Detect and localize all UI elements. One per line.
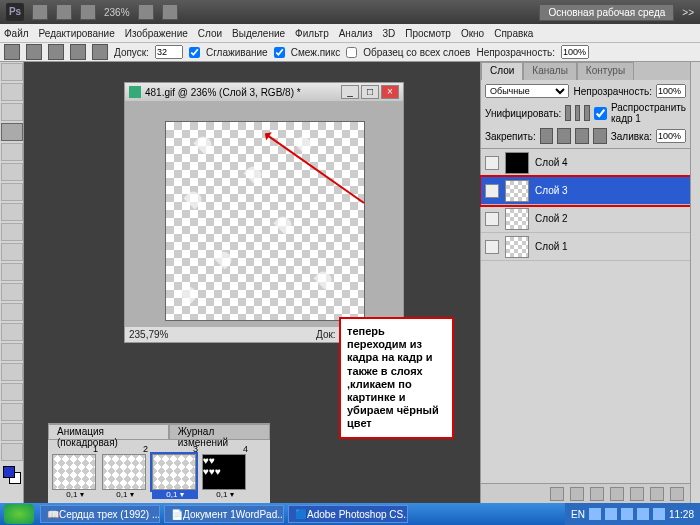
tab-layers[interactable]: Слои [481,62,523,80]
menu-analysis[interactable]: Анализ [339,28,373,39]
color-swatch[interactable] [3,466,21,484]
path-tool-icon[interactable] [1,383,23,401]
pen-tool-icon[interactable] [1,343,23,361]
new-layer-icon[interactable] [650,487,664,501]
zoom-level[interactable]: 236% [104,7,130,18]
close-icon[interactable]: × [381,85,399,99]
tray-icon[interactable] [605,508,617,520]
screen-mode-icon[interactable] [80,4,96,20]
layer-row[interactable]: Слой 2 [481,205,690,233]
layer-row[interactable]: Слой 4 [481,149,690,177]
antialias-checkbox[interactable] [189,47,200,58]
hand-icon[interactable] [138,4,154,20]
layer-thumb[interactable] [505,236,529,258]
visibility-icon[interactable] [485,184,499,198]
crop-tool-icon[interactable] [1,143,23,161]
menu-edit[interactable]: Редактирование [39,28,115,39]
tray-icon[interactable] [621,508,633,520]
chevron-right-icon[interactable]: >> [682,7,694,18]
tab-animation[interactable]: Анимация (покадровая) [48,424,169,440]
visibility-icon[interactable] [485,156,499,170]
hand-tool-icon[interactable] [1,423,23,441]
maximize-icon[interactable]: □ [361,85,379,99]
workspace-button[interactable]: Основная рабочая среда [539,4,674,21]
tray-icon[interactable] [637,508,649,520]
sel-add-icon[interactable] [48,44,64,60]
propagate-checkbox[interactable] [594,107,607,120]
lang-indicator[interactable]: EN [571,509,585,520]
layer-mask-icon[interactable] [590,487,604,501]
adjustment-icon[interactable] [610,487,624,501]
lock-paint-icon[interactable] [557,128,571,144]
menu-layers[interactable]: Слои [198,28,222,39]
group-icon[interactable] [630,487,644,501]
layer-opacity-input[interactable] [656,84,686,98]
minibridge-icon[interactable] [56,4,72,20]
type-tool-icon[interactable] [1,363,23,381]
visibility-icon[interactable] [485,240,499,254]
layer-thumb[interactable] [505,152,529,174]
task-item[interactable]: 📖 Сердца трех (1992) ... [40,505,160,523]
sel-new-icon[interactable] [26,44,42,60]
anim-frame[interactable]: 10,1 ▾ [52,444,98,499]
eraser-tool-icon[interactable] [1,263,23,281]
tab-channels[interactable]: Каналы [523,62,577,80]
marquee-tool-icon[interactable] [1,83,23,101]
history-brush-tool-icon[interactable] [1,243,23,261]
lock-pos-icon[interactable] [575,128,589,144]
task-item[interactable]: 📄 Документ 1WordPad... [164,505,284,523]
menu-help[interactable]: Справка [494,28,533,39]
menu-window[interactable]: Окно [461,28,484,39]
minimize-icon[interactable]: _ [341,85,359,99]
magic-wand-icon[interactable] [4,44,20,60]
dodge-tool-icon[interactable] [1,323,23,341]
task-item[interactable]: 🟦 Adobe Photoshop CS... [288,505,408,523]
move-tool-icon[interactable] [1,63,23,81]
layer-thumb[interactable] [505,208,529,230]
doc-zoom[interactable]: 235,79% [129,329,168,340]
unify-vis-icon[interactable] [575,105,581,121]
menu-image[interactable]: Изображение [125,28,188,39]
trash-icon[interactable] [670,487,684,501]
all-layers-checkbox[interactable] [346,47,357,58]
arrange-icon[interactable] [162,4,178,20]
anim-frame[interactable]: 20,1 ▾ [102,444,148,499]
layer-row[interactable]: Слой 3 [481,177,690,205]
panel-dock[interactable] [690,62,700,503]
eyedropper-tool-icon[interactable] [1,163,23,181]
menu-file[interactable]: Файл [4,28,29,39]
zoom-tool-icon[interactable] [1,443,23,461]
tray-icon[interactable] [589,508,601,520]
brush-tool-icon[interactable] [1,203,23,221]
anim-frame[interactable]: 30,1 ▾ [152,444,198,499]
blend-mode-select[interactable]: Обычные [485,84,569,98]
heal-tool-icon[interactable] [1,183,23,201]
blur-tool-icon[interactable] [1,303,23,321]
bridge-icon[interactable] [32,4,48,20]
sel-sub-icon[interactable] [70,44,86,60]
menu-filter[interactable]: Фильтр [295,28,329,39]
layer-thumb[interactable] [505,180,529,202]
lock-all-icon[interactable] [593,128,607,144]
opacity-input[interactable] [561,45,589,59]
menu-3d[interactable]: 3D [382,28,395,39]
menu-view[interactable]: Просмотр [405,28,451,39]
layer-style-icon[interactable] [570,487,584,501]
tolerance-input[interactable] [155,45,183,59]
lock-trans-icon[interactable] [540,128,554,144]
anim-frame[interactable]: 4♥♥♥♥♥0,1 ▾ [202,444,248,499]
lasso-tool-icon[interactable] [1,103,23,121]
layer-row[interactable]: Слой 1 [481,233,690,261]
start-button[interactable] [4,504,34,524]
menu-select[interactable]: Выделение [232,28,285,39]
document-titlebar[interactable]: 481.gif @ 236% (Слой 3, RGB/8) * _ □ × [125,83,403,101]
fill-input[interactable] [656,129,686,143]
sel-int-icon[interactable] [92,44,108,60]
magic-wand-tool-icon[interactable] [1,123,23,141]
unify-style-icon[interactable] [584,105,590,121]
contiguous-checkbox[interactable] [274,47,285,58]
stamp-tool-icon[interactable] [1,223,23,241]
tray-icon[interactable] [653,508,665,520]
unify-pos-icon[interactable] [565,105,571,121]
tab-history[interactable]: Журнал изменений [169,424,270,440]
